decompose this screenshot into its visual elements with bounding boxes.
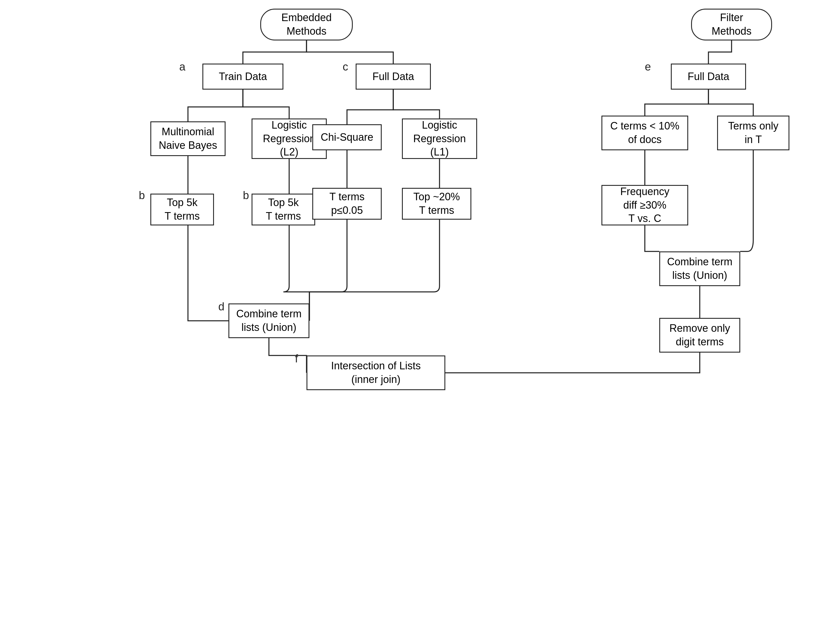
chi-square-node: Chi-Square [312, 124, 382, 150]
label-a: a [179, 61, 185, 73]
c-terms-node: C terms < 10%of docs [601, 116, 688, 150]
label-d: d [218, 301, 224, 313]
embedded-methods-node: EmbeddedMethods [260, 9, 353, 40]
train-data-node: Train Data [202, 64, 284, 90]
terms-only-t-node: Terms onlyin T [717, 116, 789, 150]
top20-t-node: Top ~20%T terms [402, 188, 471, 220]
filter-methods-node: FilterMethods [691, 9, 772, 40]
combine-union-d-node: Combine termlists (Union) [229, 303, 310, 338]
full-data-c-node: Full Data [356, 64, 431, 90]
logistic-reg-l1-node: LogisticRegression(L1) [402, 119, 477, 159]
freq-diff-node: Frequencydiff ≥30%T vs. C [601, 185, 688, 225]
intersection-node: Intersection of Lists(inner join) [306, 356, 445, 390]
label-b1: b [139, 189, 145, 202]
label-c: c [343, 61, 348, 73]
label-f: f [295, 353, 298, 365]
diagram: EmbeddedMethods FilterMethods Train Data… [0, 0, 840, 641]
multinomial-nb-node: MultinomialNaive Bayes [150, 121, 226, 156]
top5k-mnb-node: Top 5kT terms [150, 193, 214, 225]
full-data-e-node: Full Data [671, 64, 746, 90]
t-terms-p-node: T termsp≤0.05 [312, 188, 382, 220]
label-e: e [645, 61, 651, 73]
label-b2: b [243, 189, 249, 202]
remove-digit-node: Remove onlydigit terms [659, 318, 740, 353]
top5k-lr-node: Top 5kT terms [252, 193, 315, 225]
combine-union-e-node: Combine termlists (Union) [659, 251, 740, 286]
